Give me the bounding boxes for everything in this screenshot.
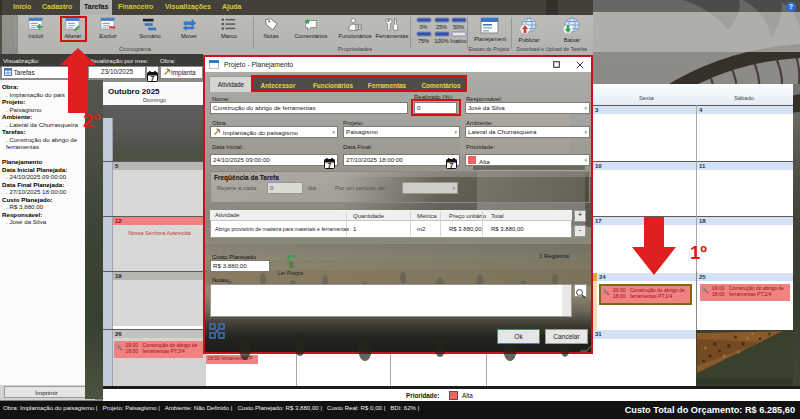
svg-text:7: 7 (328, 162, 332, 169)
svg-text:$: $ (288, 260, 293, 269)
svg-text:7: 7 (450, 162, 454, 169)
svg-text:7: 7 (151, 75, 155, 82)
